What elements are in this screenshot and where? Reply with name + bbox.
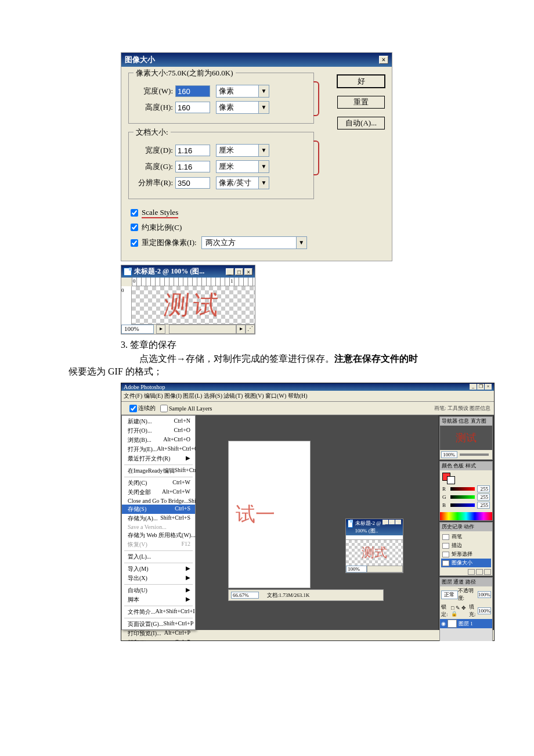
menu-item[interactable]: 新建(N)...Ctrl+N — [122, 417, 195, 426]
trash-icon[interactable] — [484, 569, 491, 575]
menu-item[interactable]: 存储为 Web 所用格式(W)...Alt+Shift+Ctrl+S — [122, 531, 195, 540]
menu-item[interactable]: 导出(X)▶ — [122, 574, 195, 583]
g-slider[interactable] — [450, 495, 475, 499]
scrollbar-horizontal[interactable] — [169, 325, 236, 334]
file-menu-dropdown[interactable]: 新建(N)...Ctrl+N打开(O)...Ctrl+O浏览(B)...Alt+… — [121, 415, 196, 630]
navigator-panel[interactable]: 导航器 信息 直方图 测试 100% — [439, 416, 493, 460]
history-item[interactable]: 描边 — [441, 541, 491, 550]
menu-item[interactable]: 存储(S)Ctrl+S — [122, 505, 195, 514]
snapshot-icon[interactable] — [468, 569, 475, 575]
nav-zoom-slider[interactable] — [460, 453, 489, 456]
menu-item[interactable]: 关闭(C)Ctrl+W — [122, 478, 195, 488]
blend-mode-select[interactable]: 正常 — [441, 591, 458, 599]
menu-item[interactable]: 页面设置(G)...Shift+Ctrl+P — [122, 620, 195, 629]
canvas[interactable]: 测试 — [132, 286, 255, 325]
menu-item[interactable]: 自动(U)▶ — [122, 586, 195, 595]
menu-item[interactable]: 关闭全部Alt+Ctrl+W — [122, 488, 195, 497]
close-icon[interactable]: × — [244, 268, 252, 275]
b-slider[interactable] — [450, 503, 475, 507]
menu-item[interactable]: 打开为(E)...Alt+Shift+Ctrl+O — [122, 445, 195, 454]
menu-item[interactable]: 存储为(A)...Shift+Ctrl+S — [122, 514, 195, 523]
history-panel[interactable]: 历史记录 动作 画笔描边矩形选择图像大小 — [439, 522, 493, 576]
doc-width-input[interactable] — [175, 145, 210, 156]
document-window-2[interactable]: 未标题-2 @ 100% (图.._□× 测式 100% — [345, 519, 403, 573]
history-item[interactable]: 画笔 — [441, 532, 491, 541]
resample-method-select[interactable]: 两次立方▼ — [201, 236, 307, 249]
doc-height-unit-select[interactable]: 厘米▼ — [216, 160, 269, 173]
docwin-titlebar[interactable]: 未标题-2 @ 100% (图... _ □ × — [121, 265, 255, 278]
document-window[interactable]: 未标题-2 @ 100% (图... _ □ × 0 1 0 测试 100% ▸… — [121, 265, 255, 334]
app-titlebar[interactable]: Adobe Photoshop _ ❐ × — [121, 383, 494, 391]
panel-tabs[interactable]: 历史记录 动作 — [440, 523, 492, 531]
nav-zoom-field[interactable]: 100% — [441, 451, 457, 458]
menu-item[interactable]: 打印(P)...Ctrl+P — [122, 638, 195, 641]
resize-grip-icon[interactable]: ⋰ — [246, 325, 255, 334]
close-icon[interactable]: × — [395, 520, 401, 524]
resolution-unit-select[interactable]: 像素/英寸▼ — [216, 177, 269, 189]
layer-name[interactable]: 图层 1 — [459, 620, 473, 628]
info-icon[interactable]: ▸ — [156, 325, 165, 334]
menu-item[interactable]: 浏览(B)...Alt+Ctrl+O — [122, 435, 195, 445]
layer-thumbnail[interactable] — [448, 620, 457, 628]
layers-panel[interactable]: 图层 通道 路径 正常不透明度:100% 锁定:□ ✎ ✥ 🔒填充:100% ◉… — [439, 577, 493, 641]
scrollbar-horizontal[interactable] — [367, 566, 403, 573]
dialog-titlebar[interactable]: 图像大小 × — [121, 53, 392, 67]
layer-row[interactable]: ◉图层 1 — [440, 619, 492, 628]
maximize-icon[interactable]: □ — [235, 268, 243, 275]
options-bar[interactable]: 连续的 Sample All Layers 画笔: 工具预设 图层信息 — [121, 402, 494, 415]
palette-well[interactable]: 画笔: 工具预设 图层信息 — [434, 405, 490, 412]
scale-styles-checkbox[interactable] — [131, 209, 138, 217]
minimize-icon[interactable]: _ — [383, 520, 388, 524]
panel-tabs[interactable]: 导航器 信息 直方图 — [440, 417, 492, 426]
scroll-right-icon[interactable]: ▸ — [236, 325, 246, 334]
minimize-icon[interactable]: _ — [226, 268, 234, 275]
background-swatch[interactable] — [447, 476, 455, 484]
menu-item[interactable]: Close and Go To Bridge...Shift+Ctrl+W — [122, 497, 195, 505]
r-slider[interactable] — [450, 487, 475, 491]
menu-bar[interactable]: 文件(F) 编辑(E) 图像(I) 图层(L) 选择(S) 滤镜(T) 视图(V… — [121, 391, 494, 402]
menu-item[interactable]: 最近打开文件(R)▶ — [122, 454, 195, 463]
canvas[interactable]: 测式 — [346, 540, 403, 566]
history-item[interactable]: 矩形选择 — [441, 550, 491, 559]
menu-item[interactable]: 恢复(V)F12 — [122, 540, 195, 549]
menu-item[interactable]: 打印预览(I)...Alt+Ctrl+P — [122, 629, 195, 638]
restore-icon[interactable]: ❐ — [477, 384, 484, 390]
menu-item[interactable]: 打开(O)...Ctrl+O — [122, 426, 195, 435]
close-icon[interactable]: × — [485, 384, 492, 390]
main-canvas[interactable]: 试一 — [228, 441, 311, 588]
doc-height-input[interactable] — [175, 161, 210, 172]
doc-width-unit-select[interactable]: 厘米▼ — [216, 144, 269, 157]
color-panel[interactable]: 颜色 色板 样式 R255 G255 B255 — [439, 461, 493, 521]
px-height-unit-select[interactable]: 像素▼ — [216, 101, 269, 114]
zoom-field[interactable]: 100% — [121, 325, 154, 334]
ok-button[interactable]: 好 — [337, 75, 385, 88]
reset-button[interactable]: 重置 — [337, 96, 385, 109]
close-icon[interactable]: × — [379, 56, 388, 64]
menu-item[interactable]: 脚本▶ — [122, 595, 195, 604]
minimize-icon[interactable]: _ — [470, 384, 477, 390]
px-width-unit-select[interactable]: 像素▼ — [216, 85, 269, 98]
color-ramp[interactable] — [440, 512, 492, 520]
contiguous-checkbox[interactable] — [129, 405, 137, 412]
menu-item[interactable]: 在ImageReady编辑Shift+Ctrl+M — [122, 466, 195, 476]
menu-item[interactable]: Save a Version... — [122, 523, 195, 531]
auto-button[interactable]: 自动(A)... — [337, 117, 385, 129]
resolution-input[interactable] — [175, 177, 210, 189]
menu-item[interactable]: 导入(M)▶ — [122, 564, 195, 574]
constrain-checkbox[interactable] — [131, 224, 138, 231]
px-width-input[interactable] — [175, 85, 210, 97]
sample-all-checkbox[interactable] — [160, 405, 168, 412]
opacity-field[interactable]: 100% — [478, 591, 491, 598]
eye-icon[interactable]: ◉ — [441, 621, 446, 627]
history-item[interactable]: 图像大小 — [441, 559, 491, 567]
resample-checkbox[interactable] — [131, 239, 138, 247]
px-height-input[interactable] — [175, 102, 210, 113]
panel-tabs[interactable]: 图层 通道 路径 — [440, 578, 492, 586]
new-state-icon[interactable] — [476, 569, 483, 575]
panel-tabs[interactable]: 颜色 色板 样式 — [440, 462, 492, 470]
menu-item[interactable]: 文件简介...Alt+Shift+Ctrl+I — [122, 607, 195, 617]
fill-field[interactable]: 100% — [478, 607, 491, 614]
menu-item[interactable]: 置入(L)... — [122, 552, 195, 561]
maximize-icon[interactable]: □ — [389, 520, 395, 524]
workspace[interactable]: 试一 66.67% 文档:1.73M/263.1K 未标题-2 @ 100% (… — [196, 415, 438, 630]
